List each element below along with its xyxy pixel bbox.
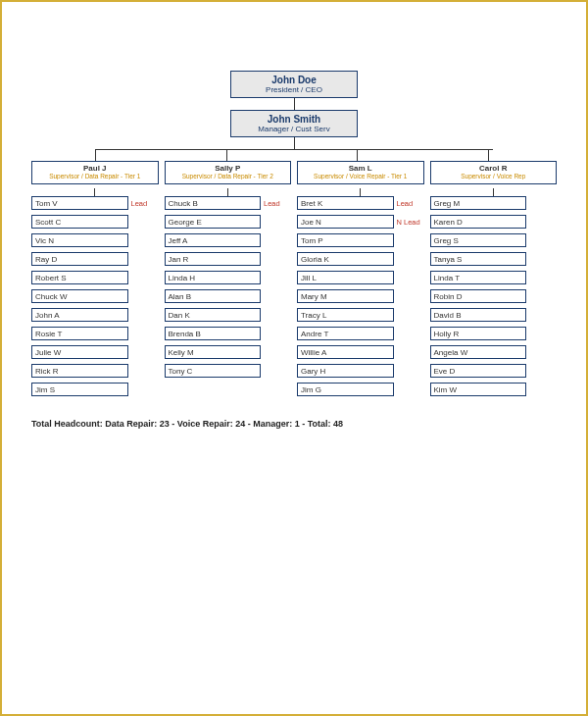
- member-row: Brenda B: [165, 327, 292, 340]
- connector: [294, 137, 295, 149]
- member-box: Rosie T: [31, 327, 128, 340]
- member-row: Kelly M: [165, 345, 292, 359]
- member-box: Scott C: [31, 215, 128, 229]
- member-box: Linda T: [430, 271, 527, 284]
- supervisor-name: Sally P: [168, 164, 289, 173]
- member-row: Linda T: [430, 271, 558, 284]
- member-row: John A: [31, 308, 159, 322]
- member-box: Kim W: [430, 383, 527, 396]
- member-row: Andre T: [297, 327, 424, 340]
- supervisor-title: Supervisor / Data Repair - Tier 2: [168, 173, 289, 179]
- member-box: Jan R: [165, 252, 262, 266]
- supervisor-box: Sally PSupervisor / Data Repair - Tier 2: [165, 161, 292, 184]
- member-row: Mary M: [297, 289, 424, 303]
- member-box: Jill L: [297, 271, 394, 284]
- member-row: Rick R: [31, 364, 159, 378]
- member-box: Tanya S: [430, 252, 527, 266]
- member-row: Jeff A: [165, 233, 292, 247]
- member-box: Julie W: [31, 345, 128, 359]
- role-badge: Lead: [131, 199, 159, 208]
- member-row: Joe NN Lead: [297, 215, 424, 229]
- manager-name: John Smith: [237, 114, 351, 125]
- connector: [360, 188, 361, 196]
- member-row: George E: [165, 215, 292, 229]
- member-row: Ray D: [31, 252, 159, 266]
- member-row: Alan B: [165, 289, 292, 303]
- member-box: Vic N: [31, 233, 128, 247]
- member-row: Julie W: [31, 345, 159, 359]
- member-box: Robin D: [430, 289, 527, 303]
- member-row: Jan R: [165, 252, 292, 266]
- supervisor-name: Carol R: [433, 164, 555, 173]
- member-row: Jill L: [297, 271, 424, 284]
- member-row: Tony C: [165, 364, 292, 378]
- supervisor-title: Supervisor / Voice Rep: [433, 173, 555, 179]
- member-box: Chuck B: [165, 196, 262, 210]
- ceo-title: President / CEO: [237, 85, 351, 94]
- supervisor-name: Sam L: [300, 164, 421, 173]
- connector: [94, 188, 95, 196]
- member-box: Jim G: [297, 383, 394, 396]
- member-row: Robert S: [31, 271, 159, 284]
- team-column: Sam LSupervisor / Voice Repair - Tier 1B…: [297, 161, 424, 401]
- member-box: Tom P: [297, 233, 394, 247]
- supervisor-title: Supervisor / Voice Repair - Tier 1: [300, 173, 421, 179]
- member-box: George E: [165, 215, 262, 229]
- member-box: Joe N: [297, 215, 394, 229]
- connector: [493, 188, 494, 196]
- member-box: Greg S: [430, 233, 527, 247]
- ceo-name: John Doe: [237, 75, 351, 85]
- supervisor-title: Supervisor / Data Repair - Tier 1: [34, 173, 156, 179]
- footer-summary: Total Headcount: Data Repair: 23 - Voice…: [22, 419, 566, 429]
- member-row: Vic N: [31, 233, 159, 247]
- member-row: David B: [430, 308, 558, 322]
- member-row: Chuck BLead: [165, 196, 292, 210]
- role-badge: N Lead: [397, 218, 424, 227]
- member-box: Andre T: [297, 327, 394, 340]
- member-box: Gloria K: [297, 252, 394, 266]
- member-box: Willie A: [297, 345, 394, 359]
- supervisor-box: Carol RSupervisor / Voice Rep: [430, 161, 558, 184]
- member-box: Tom V: [31, 196, 128, 210]
- ceo-box: John Doe President / CEO: [230, 71, 358, 98]
- member-row: Holly R: [430, 327, 558, 340]
- connector: [294, 98, 295, 110]
- team-column: Paul JSupervisor / Data Repair - Tier 1T…: [31, 161, 159, 401]
- supervisor-name: Paul J: [34, 164, 156, 173]
- role-badge: Lead: [397, 199, 424, 208]
- member-box: Brenda B: [165, 327, 262, 340]
- member-box: Mary M: [297, 289, 394, 303]
- member-box: Chuck W: [31, 289, 128, 303]
- member-box: Eve D: [430, 364, 527, 378]
- member-box: Jim S: [31, 383, 128, 396]
- member-box: Tracy L: [297, 308, 394, 322]
- member-box: Karen D: [430, 215, 527, 229]
- member-box: Robert S: [31, 271, 128, 284]
- member-row: Rosie T: [31, 327, 159, 340]
- connector: [227, 188, 228, 196]
- member-box: Alan B: [165, 289, 262, 303]
- member-row: Gloria K: [297, 252, 424, 266]
- connector-branch: [51, 149, 537, 161]
- member-box: Gary H: [297, 364, 394, 378]
- member-row: Bret KLead: [297, 196, 424, 210]
- team-columns: Paul JSupervisor / Data Repair - Tier 1T…: [31, 161, 557, 401]
- manager-box: John Smith Manager / Cust Serv: [230, 110, 358, 137]
- member-box: Rick R: [31, 364, 128, 378]
- org-chart: John Doe President / CEO John Smith Mana…: [22, 22, 566, 429]
- member-row: Willie A: [297, 345, 424, 359]
- member-row: Tom VLead: [31, 196, 159, 210]
- team-column: Carol RSupervisor / Voice RepGreg MKaren…: [430, 161, 558, 401]
- member-row: Dan K: [165, 308, 292, 322]
- member-box: Greg M: [430, 196, 527, 210]
- member-row: Jim G: [297, 383, 424, 396]
- member-box: Linda H: [165, 271, 262, 284]
- member-box: Dan K: [165, 308, 262, 322]
- member-row: Tom P: [297, 233, 424, 247]
- member-row: Tracy L: [297, 308, 424, 322]
- member-row: Karen D: [430, 215, 558, 229]
- member-row: Greg S: [430, 233, 558, 247]
- member-row: Angela W: [430, 345, 558, 359]
- member-box: Kelly M: [165, 345, 262, 359]
- member-row: Tanya S: [430, 252, 558, 266]
